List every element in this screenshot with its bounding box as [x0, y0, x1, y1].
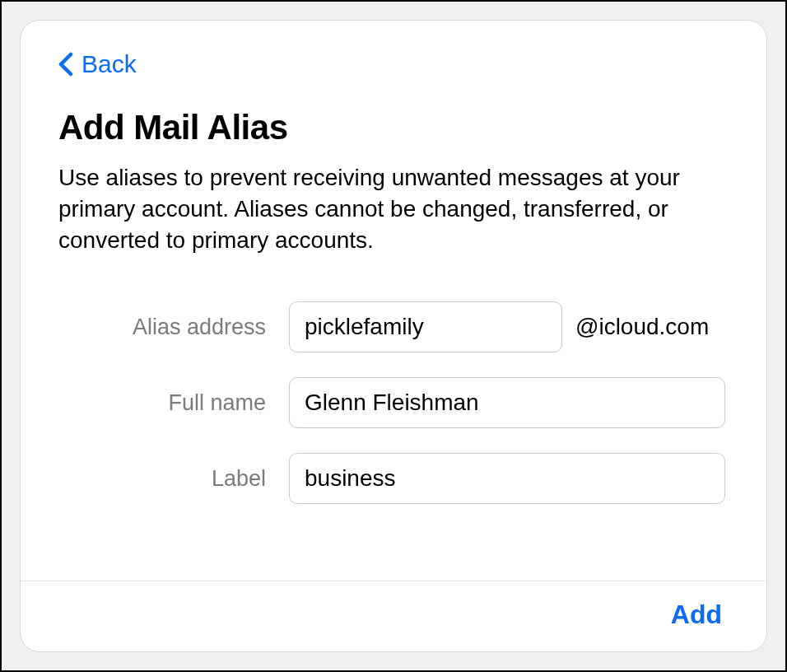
chevron-left-icon: [58, 52, 73, 77]
fullname-input[interactable]: [289, 377, 725, 428]
label-field-label: Label: [58, 466, 289, 492]
alias-input-wrap: @icloud.com: [289, 301, 729, 352]
alias-address-label: Alias address: [58, 315, 289, 340]
page-title: Add Mail Alias: [58, 108, 729, 147]
fullname-row: Full name: [58, 377, 729, 428]
back-label: Back: [81, 50, 137, 78]
alias-address-row: Alias address @icloud.com: [58, 301, 729, 352]
fullname-label: Full name: [58, 390, 289, 416]
dialog-body: Back Add Mail Alias Use aliases to preve…: [21, 21, 766, 581]
dialog-footer: Add: [21, 581, 766, 651]
page-description: Use aliases to prevent receiving unwante…: [58, 162, 729, 255]
back-button[interactable]: Back: [58, 50, 137, 78]
label-input[interactable]: [289, 453, 725, 504]
add-button[interactable]: Add: [664, 596, 729, 633]
alias-domain-suffix: @icloud.com: [575, 314, 709, 340]
label-input-wrap: [289, 453, 729, 504]
dialog-card: Back Add Mail Alias Use aliases to preve…: [20, 20, 767, 652]
fullname-input-wrap: [289, 377, 729, 428]
alias-address-input[interactable]: [289, 301, 562, 352]
label-row: Label: [58, 453, 729, 504]
